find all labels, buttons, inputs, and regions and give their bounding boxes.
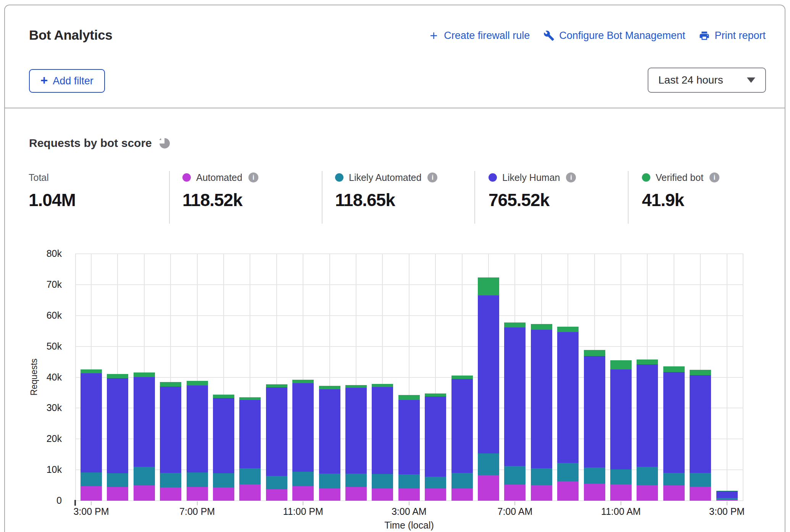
segment-likely-human	[372, 387, 393, 474]
bar-11-00-pm[interactable]	[292, 380, 314, 501]
segment-automated	[584, 484, 605, 501]
stat-label: Total	[29, 172, 49, 183]
stat-label: Automated	[196, 172, 242, 183]
page-title: Bot Analytics	[29, 27, 112, 43]
segment-automated	[531, 485, 552, 501]
y-tick-label: 70k	[20, 279, 62, 290]
segment-verified-bot	[425, 393, 446, 397]
print-report-link[interactable]: Print report	[699, 30, 766, 42]
segment-automated	[557, 481, 579, 501]
segment-automated	[319, 488, 340, 501]
segment-verified-bot	[504, 322, 526, 328]
bar-12-00-pm[interactable]	[637, 360, 658, 501]
segment-likely-automated	[637, 467, 658, 485]
segment-automated	[425, 488, 446, 501]
segment-verified-bot	[319, 386, 340, 389]
segment-automated	[716, 500, 738, 501]
segment-verified-bot	[531, 324, 552, 330]
x-tick-mark	[514, 501, 515, 505]
stat-total: Total1.04M	[29, 171, 76, 210]
segment-verified-bot	[478, 277, 499, 295]
segment-automated	[134, 485, 155, 501]
segment-verified-bot	[557, 327, 579, 332]
segment-likely-human	[584, 356, 605, 468]
x-tick-label: 3:00 AM	[367, 506, 451, 517]
bar-10-00-am[interactable]	[584, 350, 605, 501]
bar-7-00-pm[interactable]	[187, 381, 208, 501]
info-icon[interactable]: i	[427, 172, 437, 182]
segment-verified-bot	[372, 384, 393, 387]
y-tick-label: 80k	[20, 248, 62, 259]
segment-verified-bot	[345, 385, 367, 388]
bar-9-00-pm[interactable]	[239, 397, 261, 501]
stat-likely-automated: Likely Automatedi118.65k	[335, 171, 437, 210]
bar-3-00-pm[interactable]	[81, 369, 102, 501]
stat-value: 118.65k	[335, 190, 437, 210]
segment-likely-human	[319, 389, 340, 474]
x-tick-mark	[197, 501, 198, 505]
segment-likely-human	[81, 373, 102, 472]
bar-8-00-pm[interactable]	[213, 395, 234, 501]
segment-likely-human	[134, 377, 155, 467]
bar-1-00-pm[interactable]	[663, 366, 685, 501]
info-icon[interactable]: i	[566, 172, 576, 182]
bar-11-00-am[interactable]	[610, 360, 632, 501]
bar-5-00-pm[interactable]	[134, 372, 155, 501]
bar-6-00-pm[interactable]	[160, 382, 181, 501]
print-report-label: Print report	[714, 30, 766, 42]
bar-12-00-am[interactable]	[319, 386, 340, 501]
v-gridline	[727, 254, 727, 501]
segment-likely-automated	[663, 473, 685, 485]
bar-1-00-am[interactable]	[345, 385, 367, 501]
segment-automated	[81, 486, 102, 501]
stat-value: 41.9k	[642, 190, 719, 210]
segment-likely-automated	[319, 474, 340, 489]
bar-6-00-am[interactable]	[478, 277, 499, 501]
time-range-dropdown[interactable]: Last 24 hours	[648, 68, 766, 93]
bar-8-00-am[interactable]	[531, 324, 552, 501]
stat-divider	[628, 171, 629, 224]
add-filter-button[interactable]: + Add filter	[29, 69, 105, 93]
y-axis-zero-tick	[74, 500, 76, 506]
stat-header: Verified boti	[642, 171, 719, 184]
bar-5-00-am[interactable]	[451, 376, 473, 501]
create-firewall-rule-link[interactable]: Create firewall rule	[428, 30, 530, 42]
bar-9-00-am[interactable]	[557, 327, 579, 501]
y-tick-label: 40k	[20, 372, 62, 383]
bar-10-00-pm[interactable]	[266, 384, 287, 501]
info-icon[interactable]: i	[248, 172, 258, 182]
bar-3-00-am[interactable]	[398, 395, 420, 501]
segment-automated	[107, 487, 128, 501]
bar-4-00-pm[interactable]	[107, 374, 128, 501]
segment-likely-human	[187, 385, 208, 472]
segment-likely-human	[637, 364, 658, 467]
segment-verified-bot	[610, 360, 632, 369]
plus-icon	[428, 30, 439, 41]
segment-verified-bot	[187, 381, 208, 385]
segment-automated	[478, 475, 499, 501]
segment-likely-automated	[266, 476, 287, 489]
x-axis-label: Time (local)	[363, 520, 455, 531]
segment-likely-automated	[504, 466, 526, 485]
segment-verified-bot	[81, 369, 102, 373]
segment-automated	[266, 489, 287, 501]
segment-likely-automated	[213, 473, 234, 487]
bar-2-00-pm[interactable]	[690, 370, 711, 501]
x-tick-label: 11:00 PM	[261, 506, 345, 517]
x-tick-mark	[303, 501, 303, 505]
bar-7-00-am[interactable]	[504, 322, 526, 501]
segment-automated	[187, 487, 208, 501]
segment-verified-bot	[690, 370, 711, 375]
section-title: Requests by bot score	[29, 137, 170, 150]
segment-likely-automated	[451, 473, 473, 488]
info-icon[interactable]: i	[709, 172, 719, 182]
segment-verified-bot	[107, 374, 128, 378]
bar-3-00-pm[interactable]	[716, 491, 738, 501]
bar-4-00-am[interactable]	[425, 393, 446, 501]
stat-likely-human: Likely Humani765.52k	[489, 171, 576, 210]
segment-automated	[160, 487, 181, 501]
bar-2-00-am[interactable]	[372, 384, 393, 501]
segment-likely-automated	[372, 474, 393, 488]
configure-bot-management-link[interactable]: Configure Bot Management	[543, 30, 685, 42]
legend-dot-icon	[642, 173, 650, 182]
